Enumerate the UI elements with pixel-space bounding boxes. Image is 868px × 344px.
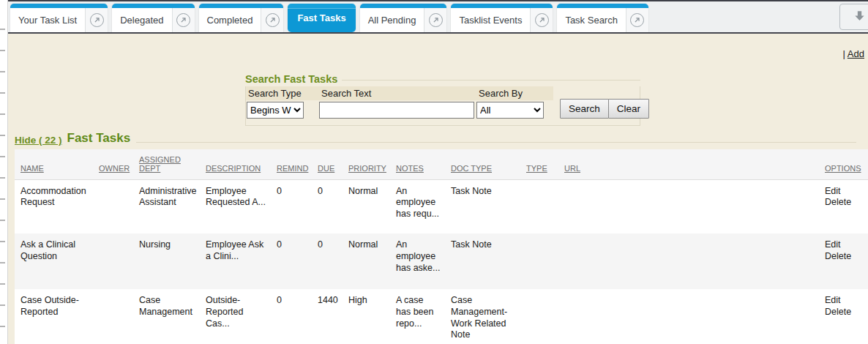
popout-arrow-icon [429,13,443,27]
col-header-url[interactable]: URL [564,164,580,173]
tab-label: All Pending [360,8,424,32]
table-row: Case Outside-Reported Case Management Ou… [15,289,868,344]
section-rule [136,142,856,143]
cell-description: Employee Requested A... [200,179,271,233]
cell-url [558,179,819,233]
delete-link[interactable]: Delete [825,197,864,209]
cell-notes: An employee has aske... [390,233,445,289]
fast-tasks-page: Your Task List Delegated Completed Fast … [0,0,868,344]
cell-remind: 0 [271,233,312,289]
search-by-label: Search By [476,86,553,100]
search-buttons: Search Clear [560,99,649,119]
cell-url [558,289,819,344]
table-row: Ask a Clinical Question Nursing Employee… [15,233,868,289]
edit-link[interactable]: Edit [825,239,864,251]
hide-count-link[interactable]: Hide ( 22 ) [15,135,62,146]
cell-name: Accommodation Request [15,179,93,233]
cell-doc-type: Task Note [445,233,520,289]
col-header-priority[interactable]: PRIORITY [348,164,386,173]
cell-description: Outside-Reported Cas... [200,289,271,344]
tab-label: Completed [199,8,261,32]
collapse-tab-bar-button[interactable] [839,4,868,30]
tab-all-pending[interactable]: All Pending [360,4,447,32]
add-link[interactable]: Add [848,48,864,59]
delete-link[interactable]: Delete [825,251,864,263]
cell-owner [93,179,133,233]
cell-url [558,233,819,289]
tab-label: Tasklist Events [451,8,530,32]
cell-priority: High [343,289,390,344]
search-fields: Search Type Search Text Search By Begins… [246,86,553,119]
tab-bar-divider [8,32,868,34]
col-header-options[interactable]: OPTIONS [825,164,861,173]
col-header-name[interactable]: NAME [20,164,44,173]
cell-priority: Normal [343,233,390,289]
tab-popout-section[interactable] [626,8,648,32]
col-header-type[interactable]: TYPE [526,164,547,173]
popout-arrow-icon [176,13,190,27]
col-header-due[interactable]: DUE [318,164,334,173]
top-divider [0,0,868,1]
tab-popout-section[interactable] [261,8,283,32]
edit-link[interactable]: Edit [825,186,864,198]
cell-options: Edit Delete [819,233,868,289]
tab-delegated[interactable]: Delegated [112,4,194,32]
cell-owner [93,289,133,344]
tab-fast-tasks[interactable]: Fast Tasks [288,4,355,32]
cell-owner [93,233,133,289]
tab-popout-section[interactable] [424,8,446,32]
fast-tasks-table: NAME OWNER ASSIGNED DEPT DESCRIPTION REM… [15,149,868,344]
search-type-label: Search Type [246,86,319,100]
col-header-description[interactable]: DESCRIPTION [206,164,261,173]
search-by-select[interactable]: All [476,102,544,119]
section-title: Fast Tasks [67,131,131,146]
tab-popout-section[interactable] [172,8,195,32]
cell-type [520,233,558,289]
cell-remind: 0 [271,179,312,233]
cell-priority: Normal [343,179,390,233]
tab-label: Your Task List [10,8,85,32]
table-row: Accommodation Request Administrative Ass… [15,179,868,233]
col-header-assigned-dept[interactable]: ASSIGNED DEPT [139,155,181,173]
add-row: | Add [843,48,864,59]
cell-remind: 0 [271,289,312,344]
search-text-label: Search Text [319,86,476,100]
tab-completed[interactable]: Completed [199,4,284,32]
cell-notes: An employee has requ... [390,179,445,233]
col-header-remind[interactable]: REMIND [277,164,308,173]
table-header-row: NAME OWNER ASSIGNED DEPT DESCRIPTION REM… [15,149,868,179]
clear-button[interactable]: Clear [608,99,649,119]
col-header-notes[interactable]: NOTES [396,164,424,173]
search-legend-row: Search Fast Tasks [245,73,640,85]
cell-doc-type: Case Management-Work Related Note [445,289,520,344]
cell-type [520,179,558,233]
search-form: Search Type Search Text Search By Begins… [245,86,640,126]
popout-arrow-icon [90,13,104,27]
tab-popout-section[interactable] [85,8,108,32]
col-header-doc-type[interactable]: DOC TYPE [451,164,492,173]
cell-due: 0 [312,179,343,233]
search-type-select[interactable]: Begins With [247,102,304,119]
cell-notes: A case has been repo... [390,289,445,344]
delete-link[interactable]: Delete [825,307,864,318]
search-text-input[interactable] [319,102,474,119]
edit-link[interactable]: Edit [825,295,864,307]
search-button[interactable]: Search [560,99,609,119]
search-fast-tasks-panel: Search Fast Tasks Search Type Search Tex… [245,73,640,126]
cell-type [520,289,558,344]
down-arrow-icon [853,10,866,25]
tab-tasklist-events[interactable]: Tasklist Events [451,4,553,32]
cell-assigned-dept: Case Management [133,289,200,344]
cell-due: 0 [312,233,343,289]
col-header-owner[interactable]: OWNER [99,164,130,173]
tab-your-task-list[interactable]: Your Task List [10,4,108,32]
cell-name: Ask a Clinical Question [15,233,93,289]
cell-description: Employee Ask a Clini... [200,233,271,289]
search-panel-title: Search Fast Tasks [245,73,337,85]
cell-assigned-dept: Nursing [133,233,200,289]
tab-task-search[interactable]: Task Search [557,4,648,32]
cell-name: Case Outside-Reported [15,289,93,344]
tab-popout-section[interactable] [530,8,553,32]
left-frame-gutter[interactable] [0,0,8,344]
tab-label: Fast Tasks [297,12,345,23]
